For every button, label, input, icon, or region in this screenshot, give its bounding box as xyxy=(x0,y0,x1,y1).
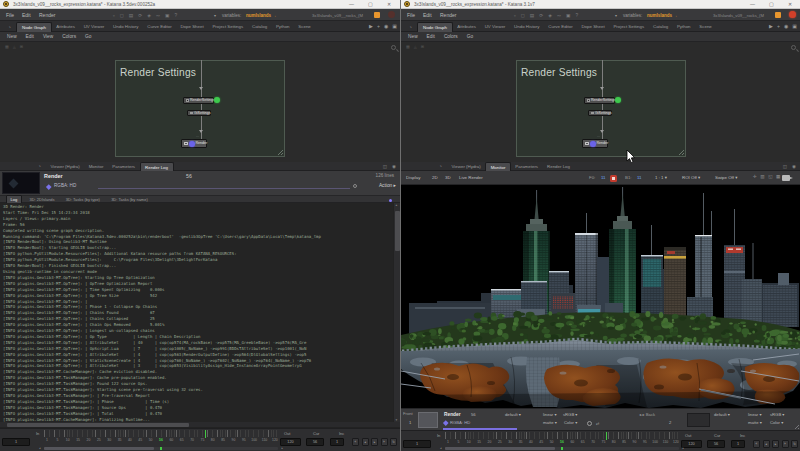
node-gisettings[interactable]: GiSettings xyxy=(588,110,612,116)
tab-project-settings[interactable]: Project Settings xyxy=(208,22,248,31)
tab-catalog[interactable]: Catalog xyxy=(248,22,272,31)
search-icon[interactable] xyxy=(791,45,796,50)
nodegraph-menu-edit[interactable]: Edit xyxy=(427,34,435,39)
chevron-down-icon[interactable]: ▾ xyxy=(615,13,617,18)
out-field[interactable]: 120 xyxy=(681,440,702,448)
nodegraph-menu-go[interactable]: Go xyxy=(467,34,473,39)
tab-python[interactable]: Python xyxy=(673,22,695,31)
tab-uv-viewer[interactable]: UV Viewer xyxy=(79,22,108,31)
nodegraph-menu-colors[interactable]: Colors xyxy=(444,34,458,39)
tab-node-graph[interactable]: Node Graph xyxy=(417,22,453,32)
playhead[interactable] xyxy=(205,430,206,438)
help-icon[interactable]: ? xyxy=(175,12,178,20)
live-render-button[interactable]: Live Render xyxy=(459,175,483,180)
in-field[interactable]: 1 xyxy=(2,438,30,446)
frame-ruler[interactable] xyxy=(44,430,278,437)
range-thumb[interactable] xyxy=(445,447,555,450)
frame-ruler[interactable] xyxy=(445,432,679,439)
camera-icon[interactable] xyxy=(782,175,790,181)
variables-value[interactable]: numIslands xyxy=(647,13,672,18)
nodegraph-pane[interactable]: ▦◬⊞ Render Settings RenderSettings GiSet… xyxy=(0,42,400,162)
increment-field[interactable]: 1 xyxy=(731,440,745,448)
nodegraph-menu-new[interactable]: New xyxy=(7,34,17,39)
front-color-dropdown[interactable]: Color ▾ xyxy=(564,420,577,425)
node-checkbox[interactable] xyxy=(190,112,193,115)
tab-monitor[interactable]: Monitor xyxy=(485,162,511,171)
tab-parameters[interactable]: Parameters xyxy=(108,163,140,171)
range-slider[interactable]: ◂ ▸ xyxy=(44,447,278,450)
go-to-start-button[interactable]: « xyxy=(352,438,359,446)
range-left-icon[interactable]: ◂ xyxy=(440,446,442,450)
range-left-icon[interactable]: ◂ xyxy=(39,446,41,450)
back-matte-dropdown[interactable]: matte ▾ xyxy=(748,420,762,425)
variables-arrow-icon[interactable]: → xyxy=(673,13,678,18)
pane-menu-icon[interactable]: ◔ xyxy=(38,163,41,170)
lock-icon[interactable]: ◈ xyxy=(548,12,552,20)
view-flag-green[interactable] xyxy=(615,97,621,103)
back-thumbnail[interactable] xyxy=(687,413,710,427)
play-tab-icon[interactable]: ▶ xyxy=(769,23,773,30)
variables-arrow-icon[interactable]: → xyxy=(272,13,277,18)
current-frame-field[interactable]: 56 xyxy=(707,440,725,448)
nodegraph-menu-edit[interactable]: Edit xyxy=(26,34,34,39)
pane-split-icon[interactable]: ◫ xyxy=(783,164,787,170)
tab-catalog[interactable]: Catalog xyxy=(649,22,673,31)
front-matte-dropdown[interactable]: matte ▾ xyxy=(543,420,557,425)
tab-undo-history[interactable]: Undo History xyxy=(510,22,544,31)
maximize-button[interactable]: ▢ xyxy=(368,0,373,9)
nodegraph-pane[interactable]: ▦◬⊞ Render Settings RenderSettings GiSet… xyxy=(401,42,800,162)
add-tab-icon[interactable]: + xyxy=(777,23,780,30)
tab-scene[interactable]: Scene xyxy=(695,22,716,31)
menu-file[interactable]: File xyxy=(6,12,14,18)
menu-edit[interactable]: Edit xyxy=(423,12,432,18)
new-scene-icon[interactable]: ▫ xyxy=(113,12,115,20)
range-thumb[interactable] xyxy=(44,447,154,450)
monitor-viewport[interactable] xyxy=(401,185,800,408)
new-scene-icon[interactable]: ▫ xyxy=(514,12,516,20)
loop-button[interactable]: ↻ xyxy=(791,440,798,448)
link-icon[interactable]: ∾ xyxy=(156,12,160,20)
pane-resize-grip[interactable] xyxy=(794,424,799,429)
edit-flag-blue[interactable] xyxy=(189,141,195,147)
action-dropdown[interactable]: Action ▸ xyxy=(379,183,396,188)
node-checkbox[interactable] xyxy=(591,112,594,115)
loop-button[interactable]: ↻ xyxy=(390,438,397,446)
tab-parameters[interactable]: Parameters xyxy=(511,163,543,171)
layout-icon[interactable]: ▣ xyxy=(392,23,397,30)
close-button[interactable]: ✕ xyxy=(387,0,391,9)
pin-icon[interactable]: ◉ xyxy=(784,23,788,30)
lock-icon[interactable]: ◈ xyxy=(147,12,151,20)
mode-3d-button[interactable]: 3D xyxy=(445,175,451,180)
open-scene-icon[interactable]: ◻ xyxy=(521,12,525,20)
tab-3d-tasks-by-name-[interactable]: 3D: Tasks (by name) xyxy=(108,196,152,203)
minimize-button[interactable]: — xyxy=(750,0,755,9)
back-linear-dropdown[interactable]: linear ▾ xyxy=(748,412,762,417)
chevron-down-icon[interactable]: ▾ xyxy=(214,13,216,18)
scrollbar-thumb[interactable] xyxy=(7,423,189,427)
pane-split-icon[interactable]: ◫ xyxy=(383,164,387,170)
pane-menu-icon[interactable]: ◉ xyxy=(792,164,796,170)
menu-edit[interactable]: Edit xyxy=(22,12,31,18)
pane-menu-icon[interactable]: ◉ xyxy=(392,164,396,170)
tab-python[interactable]: Python xyxy=(272,22,294,31)
step-back-button[interactable]: ◂ xyxy=(362,438,369,446)
tab-menu-icon[interactable]: ◔ xyxy=(8,24,11,31)
out-field[interactable]: 120 xyxy=(280,438,301,446)
tab-dope-sheet[interactable]: Dope Sheet xyxy=(176,22,208,31)
save-scene-icon[interactable]: ▤ xyxy=(129,12,134,20)
tab-3d-2dislands[interactable]: 3D: 2DIslands xyxy=(26,196,58,203)
node-checkbox[interactable] xyxy=(587,99,590,102)
zoom-dropdown[interactable]: 1 : 1 ▾ xyxy=(655,175,667,180)
pane-menu-icon[interactable]: ◔ xyxy=(439,163,442,170)
sync-icon[interactable]: ⟳ xyxy=(539,12,543,20)
roi-dropdown[interactable]: ROI Off ▾ xyxy=(682,175,700,180)
tab-uv-viewer[interactable]: UV Viewer xyxy=(480,22,509,31)
front-srgb-dropdown[interactable]: sRGB ▾ xyxy=(563,412,577,417)
tab-curve-editor[interactable]: Curve Editor xyxy=(544,22,577,31)
back-default-dropdown[interactable]: default ▾ xyxy=(714,412,730,417)
tab-scene[interactable]: Scene xyxy=(294,22,315,31)
nodegraph-menu-go[interactable]: Go xyxy=(85,34,91,39)
mode-2d-button[interactable]: 2D xyxy=(432,175,438,180)
menu-file[interactable]: File xyxy=(407,12,415,18)
tab-menu-icon[interactable]: ◔ xyxy=(409,24,412,31)
